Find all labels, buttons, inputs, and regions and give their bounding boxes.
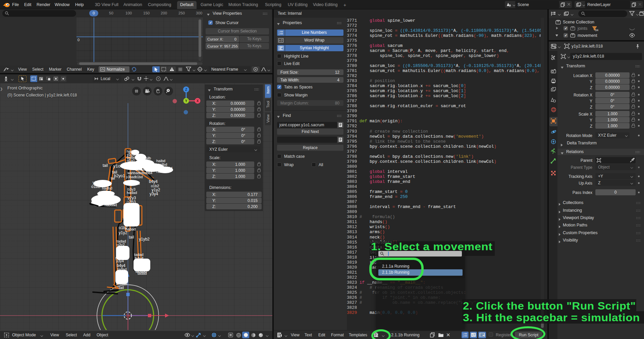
svg-text:o1a1: o1a1 <box>127 158 135 162</box>
svg-text:b2yo1: b2yo1 <box>114 174 125 178</box>
svg-text:tail: tail <box>103 163 108 168</box>
svg-text:y4y5: y4y5 <box>118 277 126 281</box>
svg-text:tailb: tailb <box>144 156 151 160</box>
svg-text:tadaad: tadaad <box>116 281 127 285</box>
svg-text:y3y4: y3y4 <box>150 192 158 196</box>
svg-text:hadad: hadad <box>127 191 137 195</box>
svg-text:1: 1 <box>463 333 464 335</box>
svg-text:tail: tail <box>129 235 134 240</box>
svg-text:o2b3: o2b3 <box>127 200 136 204</box>
svg-text:y3badb1bd: y3badb1bd <box>126 175 143 179</box>
svg-text:habd: habd <box>156 170 164 174</box>
svg-text:y1y2: y1y2 <box>119 230 127 235</box>
svg-text:X: X <box>197 99 199 103</box>
svg-text:y3y4: y3y4 <box>116 259 124 263</box>
svg-text:y1yb2: y1yb2 <box>139 237 150 242</box>
svg-text:tadaad: tadaad <box>136 269 147 273</box>
svg-text:tail: tail <box>119 285 124 290</box>
svg-text:b4y4: b4y4 <box>149 179 158 184</box>
svg-text:2: 2 <box>278 33 280 35</box>
svg-text:≡: ≡ <box>279 39 281 42</box>
svg-text:o3y2: o3y2 <box>117 243 125 247</box>
svg-text:≡: ≡ <box>472 334 473 337</box>
svg-text:1: 1 <box>278 30 280 33</box>
svg-text:habdad: habdad <box>105 203 117 207</box>
svg-text:Y: Y <box>185 99 187 103</box>
svg-text:habad: habad <box>125 227 136 231</box>
svg-text:tail: tail <box>111 177 115 180</box>
svg-text:wahbadbdbdbb4: wahbadbdbdbb4 <box>127 171 152 175</box>
svg-text:o1b2: o1b2 <box>91 184 100 189</box>
svg-text:Z: Z <box>185 88 187 91</box>
svg-text:hadbd: hadbd <box>102 186 112 190</box>
svg-text:y3b3d: y3b3d <box>125 215 136 219</box>
svg-text:y1a2a1: y1a2a1 <box>127 181 140 186</box>
svg-text:hadad: hadad <box>125 211 136 215</box>
svg-text:y1o1: y1o1 <box>113 163 123 168</box>
svg-text:tadad: tadad <box>117 267 127 271</box>
svg-text:2: 2 <box>463 335 464 337</box>
svg-text:balbd: balbd <box>135 263 144 267</box>
